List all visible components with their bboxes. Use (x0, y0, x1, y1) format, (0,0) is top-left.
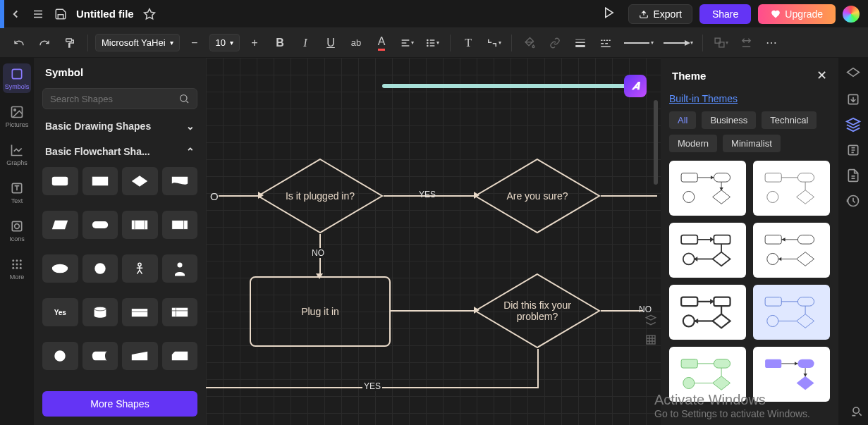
history-icon[interactable] (845, 193, 861, 209)
theme-thumb[interactable] (669, 285, 746, 340)
rail-pictures[interactable]: Pictures (3, 101, 31, 131)
shape-rect-rounded[interactable] (42, 167, 78, 195)
shape-yes-annotation[interactable]: Yes (42, 298, 78, 326)
shape-actor[interactable] (122, 254, 158, 283)
distribute-icon[interactable] (735, 32, 757, 54)
font-select[interactable]: Microsoft YaHei▾ (95, 34, 180, 51)
rail-symbols[interactable]: Symbols (3, 63, 31, 93)
node-plug-it-in[interactable]: Plug it in (250, 276, 391, 347)
theme-cat-modern[interactable]: Modern (669, 135, 717, 152)
back-icon[interactable] (8, 7, 23, 21)
bold-icon[interactable]: B (269, 32, 291, 54)
shape-manual-input[interactable] (122, 342, 158, 370)
italic-icon[interactable]: I (295, 32, 316, 54)
close-icon[interactable]: ✕ (817, 68, 827, 83)
node-did-this-fix[interactable]: Did this fix your problem? (474, 273, 601, 349)
category-basic-drawing[interactable]: Basic Drawing Shapes⌄ (34, 113, 206, 139)
shape-document[interactable] (162, 167, 198, 195)
link-icon[interactable] (544, 32, 566, 54)
theme-thumb[interactable] (669, 347, 746, 402)
list-icon[interactable]: ▾ (422, 32, 443, 54)
ai-badge-icon[interactable]: 𝘼 (624, 75, 647, 97)
built-in-themes-link[interactable]: Built-in Themes (669, 93, 830, 104)
more-shapes-button[interactable]: More Shapes (42, 391, 197, 417)
shape-database[interactable] (82, 298, 118, 326)
theme-thumb[interactable] (753, 347, 830, 402)
redo-icon[interactable] (34, 32, 55, 54)
menu-icon[interactable] (31, 7, 45, 21)
shape-terminator[interactable] (82, 211, 118, 239)
theme-thumb[interactable] (753, 223, 830, 278)
horizontal-scrollbar[interactable] (382, 84, 647, 88)
theme-thumb[interactable] (753, 161, 830, 216)
canvas[interactable]: 𝘼 O Is it plugged in? YES Are you sure? … (206, 58, 661, 425)
zoom-icon[interactable] (850, 404, 864, 421)
shape-parallelogram[interactable] (42, 211, 78, 239)
properties-icon[interactable] (845, 142, 861, 158)
grid-toggle-icon[interactable] (645, 334, 656, 348)
play-icon[interactable] (603, 6, 616, 22)
shape-ellipse[interactable] (42, 254, 78, 283)
theme-cat-all[interactable]: All (669, 111, 696, 129)
search-field[interactable] (50, 94, 178, 104)
theme-cat-business[interactable]: Business (702, 111, 756, 129)
rail-more[interactable]: More (3, 254, 31, 283)
rail-icons[interactable]: Icons (3, 216, 31, 245)
theme-thumb[interactable] (753, 285, 830, 340)
line-weight-icon[interactable] (570, 32, 591, 54)
underline-icon[interactable]: U (320, 32, 341, 54)
star-icon[interactable] (142, 7, 157, 21)
case-icon[interactable]: ab (346, 32, 367, 54)
shape-person[interactable] (162, 254, 198, 283)
theme-cat-minimalist[interactable]: Minimalist (723, 135, 781, 152)
shape-circle[interactable] (82, 254, 118, 283)
share-button[interactable]: Share (699, 4, 751, 24)
align-icon[interactable]: ▾ (396, 32, 417, 54)
group-icon[interactable]: ▾ (710, 32, 731, 54)
style-icon[interactable] (845, 117, 861, 133)
shape-direct-data[interactable] (82, 342, 118, 370)
svg-rect-14 (605, 43, 608, 44)
font-size-select[interactable]: 10▾ (209, 34, 240, 51)
shape-rect[interactable] (82, 167, 118, 195)
layer-icon[interactable] (645, 314, 656, 328)
rail-text[interactable]: Text (3, 178, 31, 207)
fill-icon[interactable] (519, 32, 540, 54)
line-preview-icon[interactable]: ▾ (621, 32, 656, 54)
arrow-preview-icon[interactable]: ▾ (660, 32, 695, 54)
theme-thumb[interactable] (669, 161, 746, 216)
text-tool-icon[interactable]: T (458, 32, 479, 54)
import-icon[interactable] (845, 92, 861, 107)
notes-icon[interactable] (845, 168, 861, 183)
theme-icon[interactable] (845, 66, 861, 82)
theme-thumb[interactable] (669, 223, 746, 278)
font-decrease-icon[interactable]: − (184, 32, 205, 54)
more-tools-icon[interactable]: ⋯ (761, 32, 782, 54)
save-icon[interactable] (54, 7, 68, 21)
format-painter-icon[interactable] (59, 32, 80, 54)
export-button[interactable]: Export (628, 4, 692, 24)
connector-icon[interactable]: ▾ (483, 32, 504, 54)
search-input[interactable] (42, 88, 197, 109)
shape-predefined[interactable] (122, 211, 158, 239)
vertical-scrollbar[interactable] (654, 100, 658, 185)
shape-internal-storage[interactable] (162, 298, 198, 326)
node-is-plugged[interactable]: Is it plugged in? (257, 158, 384, 234)
upgrade-button[interactable]: Upgrade (758, 4, 836, 24)
font-increase-icon[interactable]: + (244, 32, 265, 54)
node-are-you-sure[interactable]: Are you sure? (474, 158, 601, 234)
category-basic-flowchart[interactable]: Basic Flowchart Sha...⌃ (34, 139, 206, 164)
font-color-icon[interactable]: A (371, 32, 392, 54)
line-style-icon[interactable] (595, 32, 616, 54)
avatar[interactable] (843, 6, 860, 23)
undo-icon[interactable] (8, 32, 30, 54)
shape-stored-data[interactable] (162, 211, 198, 239)
shape-card[interactable] (122, 298, 158, 326)
theme-cat-technical[interactable]: Technical (762, 111, 817, 129)
shape-card2[interactable] (162, 342, 198, 370)
rail-graphs[interactable]: Graphs (3, 140, 31, 169)
svg-rect-42 (132, 221, 147, 230)
svg-rect-76 (797, 173, 814, 182)
shape-connector[interactable] (42, 342, 78, 370)
shape-diamond[interactable] (122, 167, 158, 195)
